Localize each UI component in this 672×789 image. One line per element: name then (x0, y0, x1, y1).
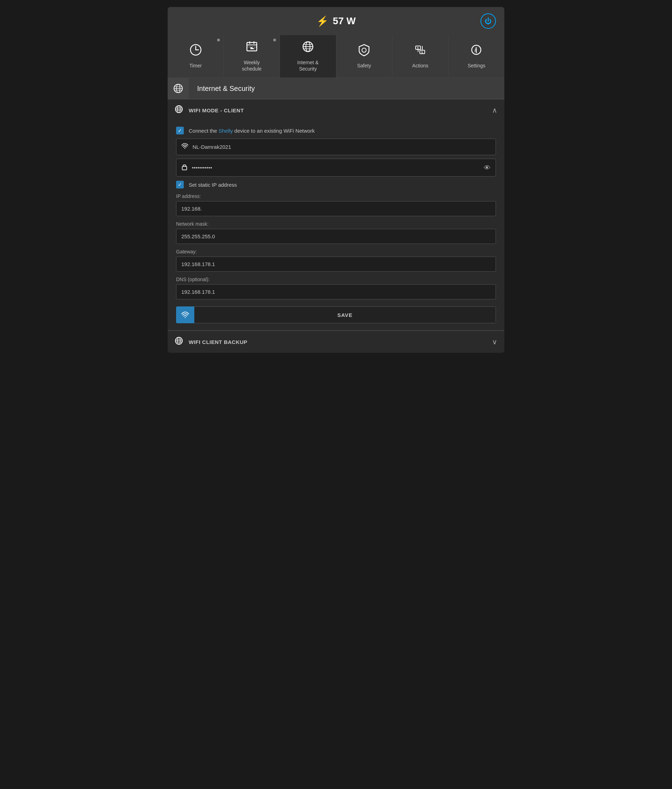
wifi-mode-chevron: ∧ (492, 106, 497, 114)
wifi-mode-title: WIFI MODE - CLIENT (189, 107, 486, 113)
gateway-field[interactable] (176, 257, 496, 272)
tab-settings[interactable]: i Settings (449, 35, 504, 78)
settings-label: Settings (468, 62, 486, 69)
save-button-row: SAVE (176, 307, 496, 323)
ip-address-field[interactable] (176, 201, 496, 216)
ip-address-label: IP address: (176, 193, 496, 199)
network-mask-label: Network mask: (176, 221, 496, 227)
save-wifi-icon (176, 307, 194, 323)
header: ⚡ 57 W ⏻ (168, 7, 504, 35)
bolt-icon: ⚡ (316, 16, 329, 27)
svg-point-23 (476, 47, 477, 48)
app-container: ⚡ 57 W ⏻ Timer (168, 7, 504, 353)
weekly-icon (245, 40, 258, 56)
dns-field[interactable] (176, 284, 496, 299)
gateway-input[interactable] (182, 261, 490, 267)
nav-tabs: Timer Weeklyschedule (168, 35, 504, 78)
wifi-backup-title: WIFI CLIENT BACKUP (189, 339, 486, 345)
svg-point-34 (185, 148, 186, 149)
tab-actions[interactable]: $ $ Actions (392, 35, 449, 78)
ssid-input[interactable] (193, 144, 490, 150)
weekly-dot (273, 38, 276, 42)
svg-text:$: $ (421, 51, 423, 54)
svg-point-13 (362, 48, 366, 52)
wifi-mode-body: ✓ Connect the Shelly device to an existi… (168, 121, 504, 330)
wifi-backup-chevron: ∨ (492, 338, 497, 346)
safety-icon (357, 43, 371, 60)
ssid-field[interactable] (176, 139, 496, 155)
wifi-backup-section: WIFI CLIENT BACKUP ∨ (168, 331, 504, 353)
gateway-label: Gateway: (176, 249, 496, 254)
lock-icon (182, 163, 188, 172)
timer-icon (189, 43, 202, 60)
tab-timer[interactable]: Timer (168, 35, 224, 78)
power-button[interactable]: ⏻ (481, 13, 496, 29)
tab-weekly-schedule[interactable]: Weeklyschedule (224, 35, 280, 78)
svg-point-36 (185, 317, 186, 318)
section-header: Internet & Security (168, 78, 504, 99)
actions-icon: $ $ (414, 43, 427, 60)
svg-text:i: i (475, 47, 476, 53)
wifi-mode-globe-icon (175, 105, 183, 115)
ip-address-input[interactable] (182, 206, 490, 212)
settings-icon: i (470, 43, 483, 60)
timer-label: Timer (189, 62, 202, 69)
tab-internet-security[interactable]: Internet &Security (280, 35, 336, 78)
header-center: ⚡ 57 W (316, 16, 356, 27)
wifi-icon (182, 143, 188, 150)
static-ip-label: Set static IP address (189, 182, 237, 188)
safety-label: Safety (357, 62, 371, 69)
dns-input[interactable] (182, 289, 490, 295)
content: WIFI MODE - CLIENT ∧ ✓ Connect the Shell… (168, 99, 504, 353)
dns-label: DNS (optional): (176, 276, 496, 282)
section-title: Internet & Security (197, 85, 255, 93)
weekly-label: Weeklyschedule (242, 59, 262, 72)
wifi-mode-section: WIFI MODE - CLIENT ∧ ✓ Connect the Shell… (168, 99, 504, 331)
shelly-link[interactable]: Shelly (218, 128, 233, 134)
password-input[interactable] (192, 165, 490, 171)
wifi-backup-header[interactable]: WIFI CLIENT BACKUP ∨ (168, 331, 504, 353)
network-mask-field[interactable] (176, 229, 496, 244)
network-mask-input[interactable] (182, 233, 490, 240)
internet-security-label: Internet &Security (298, 59, 319, 72)
internet-security-icon (301, 40, 315, 56)
tab-safety[interactable]: Safety (336, 35, 392, 78)
watt-value: 57 W (333, 16, 356, 27)
section-header-icon (168, 78, 189, 99)
actions-label: Actions (412, 62, 428, 69)
connect-label: Connect the Shelly device to an existing… (189, 128, 315, 134)
svg-rect-35 (182, 166, 187, 170)
power-button-container: ⏻ (481, 13, 496, 29)
svg-text:$: $ (417, 46, 419, 50)
wifi-backup-globe-icon (175, 337, 183, 347)
wifi-mode-header[interactable]: WIFI MODE - CLIENT ∧ (168, 99, 504, 121)
static-ip-checkbox[interactable]: ✓ (176, 181, 184, 188)
timer-dot (217, 38, 220, 42)
connect-checkbox-row: ✓ Connect the Shelly device to an existi… (176, 127, 496, 134)
connect-checkbox[interactable]: ✓ (176, 127, 184, 134)
svg-rect-3 (247, 43, 257, 51)
save-button[interactable]: SAVE (194, 307, 496, 323)
show-password-icon[interactable]: 👁 (484, 164, 490, 172)
static-ip-checkbox-row: ✓ Set static IP address (176, 181, 496, 188)
password-field[interactable]: 👁 (176, 159, 496, 177)
